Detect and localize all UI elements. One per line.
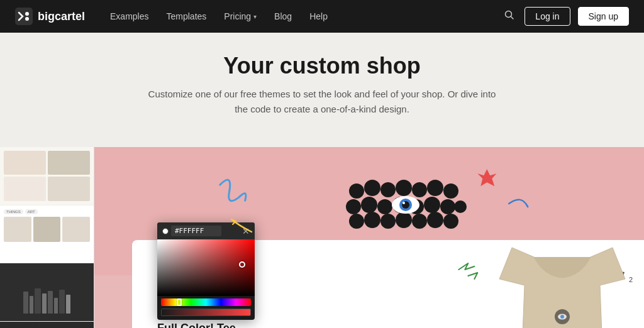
navbar-right: Log in Sign up <box>502 7 629 26</box>
thumb-cell <box>48 177 90 200</box>
search-icon[interactable] <box>502 8 517 25</box>
theme-thumb-4[interactable]: RANGER <box>0 322 94 329</box>
ranger-bg: RANGER <box>0 322 94 329</box>
svg-point-23 <box>412 214 427 229</box>
color-hex-input[interactable] <box>171 226 221 236</box>
mini-tag: ART <box>25 209 38 214</box>
nav-pricing[interactable]: Pricing ▾ <box>224 11 257 21</box>
mini-images <box>4 217 90 242</box>
bookshelf-content <box>0 263 94 321</box>
svg-point-34 <box>560 315 564 319</box>
svg-point-19 <box>349 214 364 229</box>
svg-point-4 <box>349 183 364 199</box>
svg-point-5 <box>364 180 380 196</box>
svg-rect-0 <box>15 8 33 25</box>
svg-point-8 <box>412 182 427 197</box>
svg-point-13 <box>377 199 392 214</box>
svg-point-16 <box>424 197 440 213</box>
hue-selector[interactable] <box>177 298 182 306</box>
thumb-cell <box>48 151 90 175</box>
nav-examples[interactable]: Examples <box>110 11 148 21</box>
thumb-cell <box>4 151 46 175</box>
tags-content: THINGS ART <box>0 205 94 246</box>
color-picker-popup[interactable]: ✕ <box>157 222 255 320</box>
svg-point-21 <box>380 214 396 229</box>
svg-point-17 <box>440 199 455 214</box>
svg-point-2 <box>25 17 29 21</box>
color-gradient-selector[interactable] <box>239 261 245 268</box>
svg-point-1 <box>25 12 29 16</box>
svg-point-9 <box>427 180 443 196</box>
brand-logo[interactable]: bigcartel <box>15 8 85 25</box>
login-button[interactable]: Log in <box>525 7 570 26</box>
nav-blog[interactable]: Blog <box>274 11 292 21</box>
mini-img <box>4 217 31 242</box>
mini-img <box>62 217 90 242</box>
theme-thumbnails: THINGS ART <box>0 147 94 328</box>
hue-bar[interactable] <box>161 298 251 306</box>
mini-tag: THINGS <box>4 209 23 214</box>
svg-point-18 <box>454 200 467 213</box>
tag-row: THINGS ART <box>4 209 90 214</box>
hero-section: Your custom shop Customize one of our fr… <box>0 33 644 147</box>
theme-thumb-2[interactable]: THINGS ART <box>0 205 94 264</box>
showcase-area: THINGS ART <box>0 147 644 328</box>
svg-point-20 <box>364 212 380 228</box>
arrow-indicator <box>226 216 258 235</box>
color-swatch <box>162 228 169 234</box>
svg-point-11 <box>346 199 361 214</box>
color-gradient-box[interactable] <box>157 239 255 296</box>
mini-img <box>33 217 61 242</box>
art-piece <box>344 172 470 248</box>
nav-links: Examples Templates Pricing ▾ Blog Help <box>110 11 502 21</box>
svg-point-25 <box>443 214 458 229</box>
main-display: ✕ Bright Lights! Full Color! Tee $25.00 … <box>94 147 644 328</box>
chevron-down-icon: ▾ <box>253 13 257 20</box>
nav-help[interactable]: Help <box>309 11 328 21</box>
logo-icon <box>15 8 33 25</box>
svg-point-12 <box>361 197 377 213</box>
theme-thumb-3[interactable] <box>0 263 94 322</box>
signup-button[interactable]: Sign up <box>578 7 629 26</box>
svg-point-29 <box>402 202 405 204</box>
shelf-books <box>23 288 70 319</box>
svg-point-10 <box>443 183 458 199</box>
svg-point-7 <box>396 180 412 196</box>
navbar: bigcartel Examples Templates Pricing ▾ B… <box>0 0 644 33</box>
thumb-cell <box>4 177 46 200</box>
theme-thumb-1[interactable] <box>0 147 94 205</box>
svg-point-22 <box>396 212 412 228</box>
hero-title: Your custom shop <box>13 53 631 79</box>
opacity-bar[interactable] <box>161 309 251 316</box>
svg-point-24 <box>427 212 443 228</box>
thumb-grid <box>0 147 94 205</box>
svg-point-6 <box>380 182 396 197</box>
tshirt-image <box>480 229 644 328</box>
hero-subtitle: Customize one of our free themes to set … <box>146 87 498 117</box>
brand-name: bigcartel <box>38 10 85 23</box>
nav-templates[interactable]: Templates <box>167 11 207 21</box>
